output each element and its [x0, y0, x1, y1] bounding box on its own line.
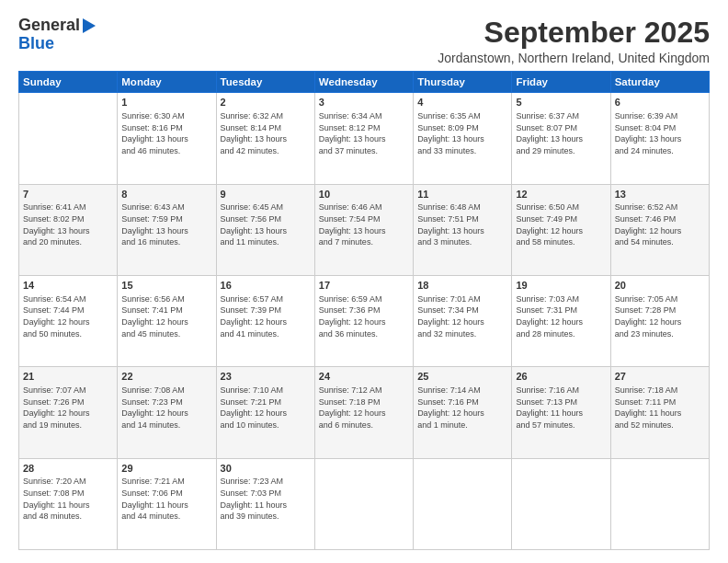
day-info: Sunrise: 7:05 AMSunset: 7:28 PMDaylight:… — [615, 293, 705, 339]
calendar-cell: 21Sunrise: 7:07 AMSunset: 7:26 PMDayligh… — [19, 367, 118, 458]
calendar-cell: 25Sunrise: 7:14 AMSunset: 7:16 PMDayligh… — [414, 367, 512, 458]
month-title: September 2025 — [438, 17, 710, 49]
day-info: Sunrise: 7:07 AMSunset: 7:26 PMDaylight:… — [23, 385, 113, 431]
day-info: Sunrise: 6:41 AMSunset: 8:02 PMDaylight:… — [23, 201, 113, 247]
location: Jordanstown, Northern Ireland, United Ki… — [438, 51, 710, 65]
logo-general-text: General — [18, 17, 80, 35]
col-sunday: Sunday — [19, 72, 118, 93]
day-info: Sunrise: 7:16 AMSunset: 7:13 PMDaylight:… — [516, 385, 606, 431]
day-number: 12 — [516, 188, 606, 201]
day-info: Sunrise: 6:32 AMSunset: 8:14 PMDaylight:… — [221, 110, 311, 156]
day-info: Sunrise: 6:50 AMSunset: 7:49 PMDaylight:… — [516, 201, 606, 247]
day-number: 19 — [516, 279, 606, 293]
day-number: 2 — [221, 96, 311, 109]
day-info: Sunrise: 7:23 AMSunset: 7:03 PMDaylight:… — [221, 476, 311, 522]
week-row-1: 7Sunrise: 6:41 AMSunset: 8:02 PMDaylight… — [19, 184, 710, 275]
day-info: Sunrise: 6:52 AMSunset: 7:46 PMDaylight:… — [615, 201, 705, 247]
day-number: 4 — [417, 96, 507, 109]
calendar-cell: 1Sunrise: 6:30 AMSunset: 8:16 PMDaylight… — [118, 93, 216, 184]
day-number: 20 — [615, 279, 705, 293]
calendar-cell: 26Sunrise: 7:16 AMSunset: 7:13 PMDayligh… — [512, 367, 610, 458]
day-number: 30 — [221, 462, 311, 476]
day-info: Sunrise: 6:39 AMSunset: 8:04 PMDaylight:… — [615, 110, 705, 156]
header: General Blue September 2025 Jordanstown,… — [18, 17, 710, 65]
header-row: Sunday Monday Tuesday Wednesday Thursday… — [19, 72, 710, 93]
day-number: 29 — [121, 462, 211, 476]
day-info: Sunrise: 7:12 AMSunset: 7:18 PMDaylight:… — [319, 385, 409, 431]
day-info: Sunrise: 7:01 AMSunset: 7:34 PMDaylight:… — [417, 293, 507, 339]
calendar-cell — [314, 458, 413, 549]
day-info: Sunrise: 6:45 AMSunset: 7:56 PMDaylight:… — [221, 201, 311, 247]
calendar-cell — [414, 458, 512, 549]
col-thursday: Thursday — [414, 72, 512, 93]
calendar-table: Sunday Monday Tuesday Wednesday Thursday… — [18, 71, 710, 550]
day-number: 8 — [121, 188, 211, 201]
calendar-cell: 13Sunrise: 6:52 AMSunset: 7:46 PMDayligh… — [610, 184, 709, 275]
day-info: Sunrise: 6:56 AMSunset: 7:41 PMDaylight:… — [121, 293, 211, 339]
day-number: 15 — [121, 279, 211, 293]
calendar-cell: 11Sunrise: 6:48 AMSunset: 7:51 PMDayligh… — [414, 184, 512, 275]
calendar-cell: 18Sunrise: 7:01 AMSunset: 7:34 PMDayligh… — [414, 275, 512, 366]
calendar-header: Sunday Monday Tuesday Wednesday Thursday… — [19, 72, 710, 93]
day-info: Sunrise: 7:03 AMSunset: 7:31 PMDaylight:… — [516, 293, 606, 339]
calendar-cell: 8Sunrise: 6:43 AMSunset: 7:59 PMDaylight… — [118, 184, 216, 275]
logo-triangle-icon — [83, 18, 96, 33]
day-info: Sunrise: 6:54 AMSunset: 7:44 PMDaylight:… — [23, 293, 113, 339]
day-number: 1 — [121, 96, 211, 109]
calendar-cell: 29Sunrise: 7:21 AMSunset: 7:06 PMDayligh… — [118, 458, 216, 549]
calendar-cell: 3Sunrise: 6:34 AMSunset: 8:12 PMDaylight… — [314, 93, 413, 184]
calendar-cell: 14Sunrise: 6:54 AMSunset: 7:44 PMDayligh… — [19, 275, 118, 366]
day-info: Sunrise: 7:10 AMSunset: 7:21 PMDaylight:… — [221, 385, 311, 431]
calendar-cell: 17Sunrise: 6:59 AMSunset: 7:36 PMDayligh… — [314, 275, 413, 366]
calendar-cell: 10Sunrise: 6:46 AMSunset: 7:54 PMDayligh… — [314, 184, 413, 275]
day-number: 25 — [417, 370, 507, 384]
day-number: 6 — [615, 96, 705, 109]
day-number: 24 — [319, 370, 409, 384]
calendar-cell: 9Sunrise: 6:45 AMSunset: 7:56 PMDaylight… — [216, 184, 314, 275]
calendar-cell: 19Sunrise: 7:03 AMSunset: 7:31 PMDayligh… — [512, 275, 610, 366]
day-number: 22 — [121, 370, 211, 384]
calendar-cell: 7Sunrise: 6:41 AMSunset: 8:02 PMDaylight… — [19, 184, 118, 275]
day-number: 18 — [417, 279, 507, 293]
col-wednesday: Wednesday — [314, 72, 413, 93]
calendar-cell: 28Sunrise: 7:20 AMSunset: 7:08 PMDayligh… — [19, 458, 118, 549]
logo-blue-text: Blue — [18, 35, 54, 53]
week-row-3: 21Sunrise: 7:07 AMSunset: 7:26 PMDayligh… — [19, 367, 710, 458]
day-number: 21 — [23, 370, 113, 384]
day-info: Sunrise: 6:34 AMSunset: 8:12 PMDaylight:… — [319, 110, 409, 156]
calendar-cell: 6Sunrise: 6:39 AMSunset: 8:04 PMDaylight… — [610, 93, 709, 184]
day-number: 17 — [319, 279, 409, 293]
day-number: 26 — [516, 370, 606, 384]
calendar-cell: 22Sunrise: 7:08 AMSunset: 7:23 PMDayligh… — [118, 367, 216, 458]
calendar-cell: 4Sunrise: 6:35 AMSunset: 8:09 PMDaylight… — [414, 93, 512, 184]
day-number: 10 — [319, 188, 409, 201]
day-number: 16 — [221, 279, 311, 293]
calendar-cell: 5Sunrise: 6:37 AMSunset: 8:07 PMDaylight… — [512, 93, 610, 184]
day-number: 23 — [221, 370, 311, 384]
day-info: Sunrise: 6:43 AMSunset: 7:59 PMDaylight:… — [121, 201, 211, 247]
day-info: Sunrise: 6:57 AMSunset: 7:39 PMDaylight:… — [221, 293, 311, 339]
calendar-cell: 16Sunrise: 6:57 AMSunset: 7:39 PMDayligh… — [216, 275, 314, 366]
title-block: September 2025 Jordanstown, Northern Ire… — [438, 17, 710, 65]
page: General Blue September 2025 Jordanstown,… — [0, 0, 728, 563]
day-info: Sunrise: 7:08 AMSunset: 7:23 PMDaylight:… — [121, 385, 211, 431]
week-row-2: 14Sunrise: 6:54 AMSunset: 7:44 PMDayligh… — [19, 275, 710, 366]
day-number: 28 — [23, 462, 113, 476]
day-info: Sunrise: 6:48 AMSunset: 7:51 PMDaylight:… — [417, 201, 507, 247]
day-info: Sunrise: 7:20 AMSunset: 7:08 PMDaylight:… — [23, 476, 113, 522]
calendar-cell: 20Sunrise: 7:05 AMSunset: 7:28 PMDayligh… — [610, 275, 709, 366]
col-monday: Monday — [118, 72, 216, 93]
col-tuesday: Tuesday — [216, 72, 314, 93]
calendar-cell: 30Sunrise: 7:23 AMSunset: 7:03 PMDayligh… — [216, 458, 314, 549]
calendar-body: 1Sunrise: 6:30 AMSunset: 8:16 PMDaylight… — [19, 93, 710, 550]
day-info: Sunrise: 6:37 AMSunset: 8:07 PMDaylight:… — [516, 110, 606, 156]
calendar-cell: 23Sunrise: 7:10 AMSunset: 7:21 PMDayligh… — [216, 367, 314, 458]
day-number: 7 — [23, 188, 113, 201]
calendar-cell: 27Sunrise: 7:18 AMSunset: 7:11 PMDayligh… — [610, 367, 709, 458]
calendar-cell: 2Sunrise: 6:32 AMSunset: 8:14 PMDaylight… — [216, 93, 314, 184]
logo: General Blue — [18, 17, 97, 53]
week-row-4: 28Sunrise: 7:20 AMSunset: 7:08 PMDayligh… — [19, 458, 710, 549]
col-friday: Friday — [512, 72, 610, 93]
calendar-cell: 24Sunrise: 7:12 AMSunset: 7:18 PMDayligh… — [314, 367, 413, 458]
calendar-cell: 12Sunrise: 6:50 AMSunset: 7:49 PMDayligh… — [512, 184, 610, 275]
